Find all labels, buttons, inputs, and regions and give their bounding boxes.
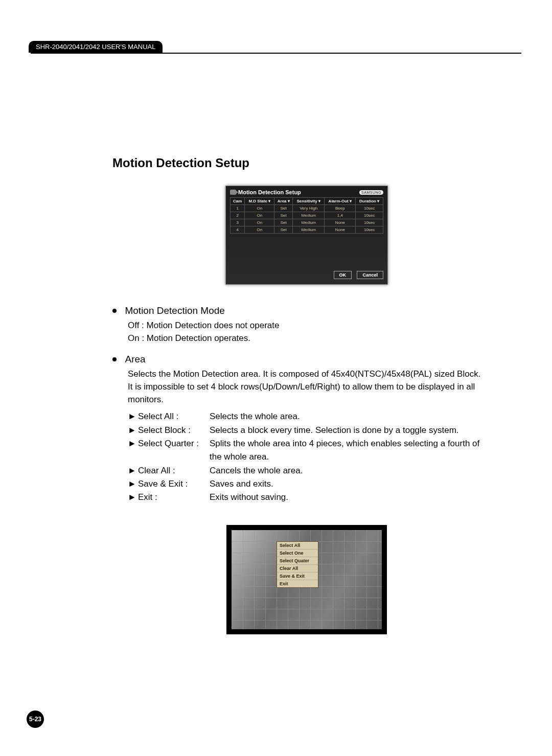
- menu-item-select-all[interactable]: Select All: [277, 542, 318, 549]
- arrow-icon: ►: [128, 491, 138, 504]
- mode-on-text: On : Motion Detection operates.: [128, 332, 501, 345]
- arrow-icon: ►: [128, 410, 138, 423]
- arrow-icon: ►: [128, 477, 138, 491]
- header-tab: SHR-2040/2041/2042 USER'S MANUAL: [31, 41, 521, 53]
- col-alarmout[interactable]: Alarm-Out ▾: [325, 198, 356, 205]
- item-desc: Splits the whole area into 4 pieces, whi…: [210, 437, 501, 450]
- list-item: ► Select All : Selects the whole area.: [128, 410, 501, 423]
- bullet-icon: [112, 357, 117, 361]
- section-title: Motion Detection Setup: [112, 156, 501, 170]
- col-sensitivity[interactable]: Sensitivity ▾: [293, 198, 325, 205]
- menu-item-exit[interactable]: Exit: [277, 580, 318, 587]
- menu-item-select-one[interactable]: Select One: [277, 549, 318, 557]
- item-desc: Exits without saving.: [210, 491, 501, 504]
- item-label: Select All :: [138, 410, 210, 423]
- col-duration[interactable]: Duration ▾: [356, 198, 383, 205]
- context-menu[interactable]: Select All Select One Select Quater Clea…: [277, 541, 318, 588]
- bullet-title: Area: [125, 354, 145, 364]
- item-label: Select Quarter :: [138, 437, 210, 450]
- ok-button[interactable]: OK: [334, 271, 352, 279]
- camera-icon: [230, 190, 236, 195]
- setup-table: Cam M.D State ▾ Area ▾ Sensitivity ▾ Ala…: [230, 197, 383, 234]
- bullet-area: Area: [112, 354, 501, 365]
- menu-item-save-exit[interactable]: Save & Exit: [277, 572, 318, 580]
- menu-item-clear-all[interactable]: Clear All: [277, 565, 318, 572]
- bullet-motion-mode: Motion Detection Mode: [112, 305, 501, 316]
- cancel-button[interactable]: Cancel: [357, 271, 383, 279]
- item-label: Clear All :: [138, 464, 210, 477]
- arrow-icon: ►: [128, 437, 138, 450]
- arrow-icon: ►: [128, 424, 138, 437]
- item-desc: Cancels the whole area.: [210, 464, 501, 477]
- area-selection-preview: Select All Select One Select Quater Clea…: [226, 525, 387, 634]
- table-row[interactable]: 3 On Set Medium None 10sec: [231, 219, 383, 226]
- list-item: ► Select Block : Selects a block every t…: [128, 424, 501, 437]
- arrow-icon: ►: [128, 464, 138, 477]
- item-desc: Selects the whole area.: [210, 410, 501, 423]
- item-label: Select Block :: [138, 424, 210, 437]
- motion-detection-setup-dialog: Motion Detection Setup SAMSUNG Cam M.D S…: [225, 186, 388, 285]
- bullet-title: Motion Detection Mode: [125, 305, 224, 316]
- item-label: Exit :: [138, 491, 210, 504]
- manual-title: SHR-2040/2041/2042 USER'S MANUAL: [29, 41, 163, 53]
- col-area[interactable]: Area ▾: [274, 198, 293, 205]
- table-row[interactable]: 2 On Set Medium 1,4 10sec: [231, 212, 383, 219]
- item-desc: Selects a block every time. Selection is…: [210, 424, 501, 437]
- list-item: ► Select Quarter : Splits the whole area…: [128, 437, 501, 450]
- dialog-title: Motion Detection Setup: [230, 189, 301, 195]
- header-rule: [31, 53, 521, 54]
- bullet-icon: [112, 309, 117, 313]
- mode-off-text: Off : Motion Detection does not operate: [128, 319, 501, 332]
- area-desc-1: Selects the Motion Detection area. It is…: [128, 368, 501, 381]
- col-cam: Cam: [231, 198, 245, 205]
- table-row[interactable]: 4 On Set Medium None 10sec: [231, 226, 383, 234]
- item-label: Save & Exit :: [138, 477, 210, 491]
- item-desc-cont: the whole area.: [210, 450, 501, 464]
- list-item: ► Save & Exit : Saves and exits.: [128, 477, 501, 491]
- item-desc: Saves and exits.: [210, 477, 501, 491]
- area-sublist: ► Select All : Selects the whole area. ►…: [128, 410, 501, 504]
- area-desc-2: It is impossible to set 4 block rows(Up/…: [128, 381, 501, 406]
- list-item: ► Clear All : Cancels the whole area.: [128, 464, 501, 477]
- table-header-row: Cam M.D State ▾ Area ▾ Sensitivity ▾ Ala…: [231, 198, 383, 205]
- table-row[interactable]: 1 On Set Very High Beep 10sec: [231, 205, 383, 212]
- list-item: ► Exit : Exits without saving.: [128, 491, 501, 504]
- col-mdstate[interactable]: M.D State ▾: [245, 198, 274, 205]
- page-number-badge: 5-23: [27, 711, 44, 728]
- brand-logo: SAMSUNG: [359, 190, 383, 195]
- menu-item-select-quater[interactable]: Select Quater: [277, 557, 318, 565]
